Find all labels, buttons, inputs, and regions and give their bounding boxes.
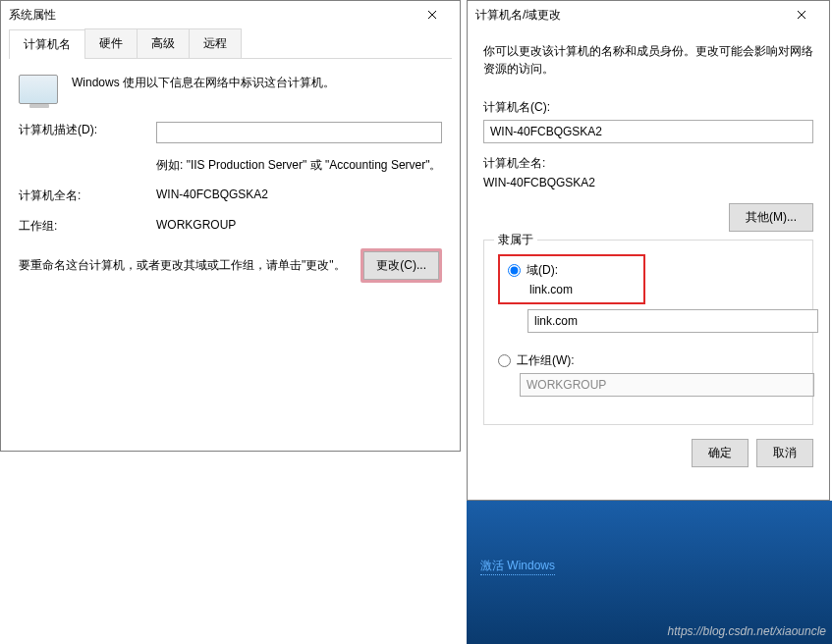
domain-radio[interactable] [508, 264, 521, 277]
full-name-label: 计算机全名: [483, 155, 813, 172]
member-of-group: 隶属于 域(D): link.com 工作组(W): [483, 240, 813, 425]
change-button-highlight: 更改(C)... [361, 248, 442, 283]
full-name-value: WIN-40FCBQGSKA2 [483, 176, 813, 189]
window-title: 计算机名/域更改 [475, 7, 782, 24]
description-text: 你可以更改该计算机的名称和成员身份。更改可能会影响对网络资源的访问。 [483, 42, 813, 78]
rename-text: 要重命名这台计算机，或者更改其域或工作组，请单击"更改"。 [19, 257, 361, 274]
example-text: 例如: "IIS Production Server" 或 "Accountin… [156, 157, 442, 174]
fullname-label: 计算机全名: [19, 188, 156, 204]
system-properties-window: 系统属性 计算机名 硬件 高级 远程 Windows 使用以下信息在网络中标识这… [0, 0, 461, 452]
computer-name-input[interactable] [483, 120, 813, 143]
computer-name-label: 计算机名(C): [483, 99, 813, 116]
ok-button[interactable]: 确定 [692, 439, 749, 467]
workgroup-radio[interactable] [498, 354, 511, 367]
description-label: 计算机描述(D): [19, 122, 156, 138]
change-button[interactable]: 更改(C)... [363, 251, 439, 280]
computer-icon [19, 75, 58, 104]
tab-strip: 计算机名 硬件 高级 远程 [9, 28, 452, 59]
workgroup-value: WORKGROUP [156, 218, 442, 232]
domain-input[interactable] [527, 309, 818, 333]
close-button[interactable] [782, 1, 821, 28]
description-input[interactable] [156, 122, 442, 143]
workgroup-input [520, 373, 814, 397]
intro-text: Windows 使用以下信息在网络中标识这台计算机。 [72, 75, 335, 91]
watermark-text: https://blog.csdn.net/xiaouncle [668, 624, 826, 638]
fullname-value: WIN-40FCBQGSKA2 [156, 188, 442, 201]
tab-hardware[interactable]: 硬件 [84, 28, 138, 58]
tab-computer-name[interactable]: 计算机名 [9, 29, 85, 59]
activate-windows-link[interactable]: 激活 Windows [480, 558, 555, 575]
domain-change-window: 计算机名/域更改 你可以更改该计算机的名称和成员身份。更改可能会影响对网络资源的… [467, 0, 830, 501]
titlebar: 系统属性 [1, 1, 460, 28]
workgroup-label: 工作组: [19, 218, 156, 235]
domain-radio-label: 域(D): [527, 262, 558, 279]
cancel-button[interactable]: 取消 [756, 439, 813, 467]
desktop-background: 激活 Windows [467, 501, 832, 644]
close-button[interactable] [413, 1, 452, 28]
tab-advanced[interactable]: 高级 [137, 28, 190, 58]
workgroup-radio-label: 工作组(W): [517, 352, 575, 369]
domain-value-preview: link.com [529, 283, 636, 296]
other-button[interactable]: 其他(M)... [729, 203, 813, 232]
domain-highlight: 域(D): link.com [498, 254, 645, 304]
member-of-legend: 隶属于 [494, 232, 537, 248]
window-title: 系统属性 [9, 7, 413, 24]
titlebar: 计算机名/域更改 [468, 1, 829, 28]
tab-remote[interactable]: 远程 [189, 28, 242, 58]
